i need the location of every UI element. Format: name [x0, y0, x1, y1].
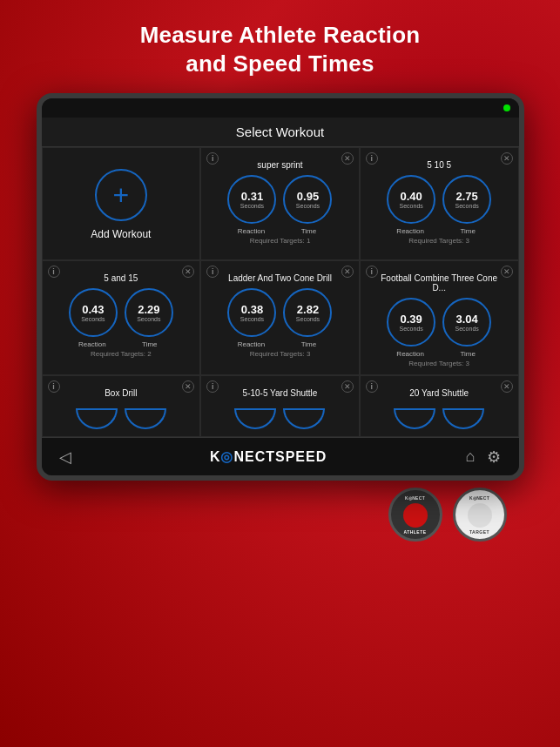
partial-circle	[283, 408, 325, 429]
add-icon: +	[95, 169, 147, 221]
circles-row: 0.31 Seconds 0.95 Seconds	[227, 175, 332, 224]
reaction-circle: 0.38 Seconds	[227, 288, 276, 337]
circles-row: 0.40 Seconds 2.75 Seconds	[387, 175, 491, 224]
close-icon[interactable]: ✕	[341, 380, 354, 393]
close-icon[interactable]: ✕	[341, 266, 354, 278]
workout-name: Football Combine Three Cone D...	[368, 273, 511, 293]
reaction-circle: 0.31 Seconds	[227, 175, 276, 224]
settings-button[interactable]: ⚙	[487, 448, 501, 467]
workout-name: 5 and 15	[91, 273, 150, 283]
add-workout-label: Add Workout	[91, 228, 151, 240]
close-icon[interactable]: ✕	[501, 380, 513, 393]
info-icon[interactable]: i	[366, 152, 378, 165]
brand-name: K◎NECTSPEED	[210, 448, 327, 465]
circles-row: 0.38 Seconds 2.82 Seconds	[227, 288, 332, 337]
reaction-circle: 0.39 Seconds	[387, 298, 435, 347]
metrics-labels: Reaction Time	[68, 340, 174, 348]
status-bar	[42, 98, 519, 118]
workout-cell-ladder[interactable]: i ✕ Ladder And Two Cone Drill 0.38 Secon…	[200, 260, 360, 375]
hero-title: Measure Athlete Reaction and Speed Times	[123, 21, 438, 77]
info-icon[interactable]: i	[48, 266, 60, 278]
konect-athlete-button[interactable]: K◎NECT ATHLETE	[388, 488, 442, 542]
target-button-inner	[468, 503, 492, 528]
workout-name: 5 10 5	[415, 160, 463, 170]
required-targets: Required Targets: 1	[250, 237, 311, 245]
workout-name: 20 Yard Shuttle	[397, 388, 481, 398]
ipad-frame: Select Workout + Add Workout i ✕ super s…	[37, 93, 524, 481]
reaction-circle: 0.43 Seconds	[69, 288, 118, 337]
info-icon[interactable]: i	[48, 380, 60, 393]
time-circle: 3.04 Seconds	[442, 298, 491, 347]
workout-cell-football-combine[interactable]: i ✕ Football Combine Three Cone D... 0.3…	[360, 260, 519, 375]
required-targets: Required Targets: 3	[408, 237, 469, 245]
partial-circle	[76, 408, 118, 429]
partial-circle	[394, 408, 435, 429]
time-circle: 2.29 Seconds	[125, 288, 173, 337]
screen-title: Select Workout	[42, 118, 519, 147]
workout-cell-20-yard-shuttle[interactable]: i ✕ 20 Yard Shuttle	[360, 375, 519, 437]
required-targets: Required Targets: 3	[408, 360, 469, 367]
workout-cell-5-and-15[interactable]: i ✕ 5 and 15 0.43 Seconds 2.29 Seconds R…	[42, 260, 201, 375]
workout-cell-510-yard-shuttle[interactable]: i ✕ 5-10-5 Yard Shuttle	[200, 375, 360, 437]
required-targets: Required Targets: 3	[250, 350, 311, 358]
close-icon[interactable]: ✕	[501, 266, 513, 278]
workout-name: 5-10-5 Yard Shuttle	[231, 388, 330, 398]
partial-circle	[442, 408, 484, 429]
circles-row: 0.43 Seconds 2.29 Seconds	[69, 288, 173, 337]
circles-row: 0.39 Seconds 3.04 Seconds	[387, 298, 491, 347]
required-targets: Required Targets: 2	[91, 350, 152, 358]
workout-name: Ladder And Two Cone Drill	[216, 273, 344, 283]
konect-target-button[interactable]: K◎NECT TARGET	[453, 488, 507, 542]
workout-cell-5-10-5[interactable]: i ✕ 5 10 5 0.40 Seconds 2.75 Seconds Rea…	[360, 147, 519, 260]
close-icon[interactable]: ✕	[182, 266, 194, 278]
metrics-labels: Reaction Time	[386, 227, 492, 235]
partial-circle	[234, 408, 276, 429]
metrics-labels: Reaction Time	[386, 350, 492, 358]
athlete-button-inner	[403, 503, 428, 528]
workout-cell-super-sprint[interactable]: i ✕ super sprint 0.31 Seconds 0.95 Secon…	[200, 147, 360, 260]
back-button[interactable]: ◁	[59, 448, 71, 467]
close-icon[interactable]: ✕	[341, 152, 354, 165]
device-buttons-section: K◎NECT ATHLETE K◎NECT TARGET	[37, 488, 524, 542]
nav-right: ⌂ ⚙	[466, 448, 502, 467]
workout-cell-box-drill[interactable]: i ✕ Box Drill	[42, 375, 201, 437]
time-circle: 2.75 Seconds	[442, 175, 491, 224]
workout-name: super sprint	[245, 160, 314, 170]
time-circle: 0.95 Seconds	[283, 175, 332, 224]
workout-grid: + Add Workout i ✕ super sprint 0.31 Seco…	[42, 147, 519, 437]
info-icon[interactable]: i	[366, 380, 378, 393]
reaction-circle: 0.40 Seconds	[387, 175, 435, 224]
partial-circle	[125, 408, 166, 429]
workout-name: Box Drill	[92, 388, 149, 398]
status-dot	[503, 104, 510, 111]
metrics-labels: Reaction Time	[226, 227, 333, 235]
time-circle: 2.82 Seconds	[283, 288, 332, 337]
home-button[interactable]: ⌂	[466, 448, 476, 467]
info-icon[interactable]: i	[366, 266, 378, 278]
add-workout-cell[interactable]: + Add Workout	[42, 147, 201, 260]
close-icon[interactable]: ✕	[182, 380, 194, 393]
bottom-nav: ◁ K◎NECTSPEED ⌂ ⚙	[42, 437, 519, 475]
close-icon[interactable]: ✕	[501, 152, 513, 165]
info-icon[interactable]: i	[206, 380, 219, 393]
info-icon[interactable]: i	[206, 152, 219, 165]
metrics-labels: Reaction Time	[226, 340, 333, 348]
